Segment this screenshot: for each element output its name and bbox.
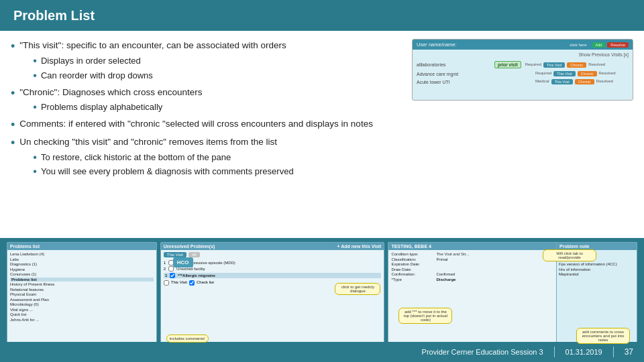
this-visit-btn2[interactable]: This Visit bbox=[553, 71, 575, 76]
this-visit-btn3[interactable]: This Visit bbox=[551, 79, 573, 84]
click-here-btn[interactable]: click here bbox=[566, 42, 590, 48]
sidebar-row[interactable]: Labs bbox=[10, 257, 154, 261]
add-btn[interactable]: Add bbox=[592, 42, 606, 48]
sub-list-item: • Problems display alphabetically bbox=[33, 101, 202, 115]
sub-text: Displays in order selected bbox=[41, 54, 141, 68]
this-visit-label: This Visit bbox=[171, 280, 187, 286]
hco-badge: HCO bbox=[173, 257, 193, 267]
list-item: • Un checking "this visit" and "chronic"… bbox=[11, 135, 402, 180]
top-section: • "This visit": specific to an encounter… bbox=[0, 31, 644, 238]
sidebar-row[interactable]: Hygiene bbox=[10, 267, 154, 272]
problems-body: This Visit All 1 Major depressive episod… bbox=[161, 250, 384, 288]
sidebar-body: Lena Liedvitson (4) Labs Diagnostics (1)… bbox=[7, 250, 156, 324]
bullet-text: Comments: if entered with "chronic "sele… bbox=[19, 119, 373, 129]
sub-text: To restore, click historic at the bottom… bbox=[41, 151, 231, 164]
problem-checkbox[interactable] bbox=[170, 273, 175, 278]
annotation-tab: Will click tab to read/provide bbox=[543, 249, 596, 261]
bullet-content: • "This visit": specific to an encounter… bbox=[11, 39, 402, 234]
sidebar-row[interactable]: Vital signs ... bbox=[10, 308, 154, 312]
main-area: • "This visit": specific to an encounter… bbox=[0, 31, 644, 362]
note-row[interactable]: Fps version of information (4CC) bbox=[559, 262, 635, 266]
bullet-icon: • bbox=[11, 39, 15, 54]
bullet-text: "This visit": specific to an encounter, … bbox=[19, 40, 286, 50]
sub-bullet-icon: • bbox=[33, 101, 37, 115]
emr-row-2: Advance care mgmt Required This Visit Ch… bbox=[417, 71, 629, 76]
unresolved-title: Unresolved Problem(s) bbox=[164, 244, 215, 249]
this-visit-btn[interactable]: This Visit bbox=[543, 62, 565, 68]
sub-list-item: • You will see every problem & diagnosis… bbox=[33, 165, 293, 179]
bullet-text: Un checking "this visit" and "chronic" r… bbox=[19, 137, 277, 147]
list-item: • "This visit": specific to an encounter… bbox=[11, 39, 402, 84]
sidebar-row[interactable]: Quick list bbox=[10, 312, 154, 316]
bullet-icon: • bbox=[11, 86, 15, 101]
sidebar-row[interactable]: Johns Artit for ... bbox=[10, 318, 154, 322]
row-num: 2 bbox=[164, 267, 166, 271]
footer-page: 37 bbox=[625, 347, 633, 357]
slide-header: Problem List bbox=[0, 0, 644, 31]
note-row[interactable]: Hrs of information bbox=[559, 267, 635, 272]
required-label2: Required bbox=[535, 71, 551, 76]
resolved-label3: Resolved bbox=[596, 79, 613, 84]
note-row[interactable]: Meptranitol bbox=[559, 272, 635, 276]
sidebar-row[interactable]: History of Present Illness bbox=[10, 282, 154, 286]
bullet-text: "Chronic": Diagnoses which cross encount… bbox=[19, 87, 202, 97]
sub-list-item: • Displays in order selected bbox=[33, 54, 286, 68]
show-prev-label: Show Previous Visits [x] bbox=[417, 52, 629, 57]
slide: Problem List • "This visit": specific to… bbox=[0, 0, 644, 362]
checklist-checkbox[interactable] bbox=[189, 280, 195, 286]
problem-row[interactable]: 2 Unsorted facility bbox=[164, 266, 382, 272]
chronic-btn2[interactable]: Chronic bbox=[578, 71, 597, 76]
resolved-label: Resolved bbox=[588, 62, 605, 68]
resolved-label2: Resolved bbox=[599, 71, 616, 76]
annotation-click: click to get medcly dialogue bbox=[335, 283, 380, 295]
sidebar-row[interactable]: Assessment and Plan bbox=[10, 298, 154, 302]
sidebar-row[interactable]: Lena Liedvitson (4) bbox=[10, 252, 154, 256]
list-item: • Comments: if entered with "chronic "se… bbox=[11, 117, 402, 133]
row-num: 1 bbox=[164, 261, 166, 265]
footer-session: Provider Cerner Education Session 3 bbox=[422, 348, 543, 356]
sub-list-item: • To restore, click historic at the bott… bbox=[33, 151, 293, 165]
resolve-btn[interactable]: Resolve bbox=[607, 42, 629, 48]
sidebar-header: Problems list bbox=[7, 243, 156, 250]
bullet-icon: • bbox=[11, 117, 15, 133]
emr-screenshot-top: User name/name: click here Add Resolve S… bbox=[412, 39, 633, 101]
this-visit-tab[interactable]: This Visit bbox=[164, 252, 186, 257]
sidebar-row-selected[interactable]: Problems list bbox=[10, 278, 154, 282]
list-item: • "Chronic": Diagnoses which cross encou… bbox=[11, 86, 402, 116]
all-tab[interactable]: All bbox=[189, 252, 200, 257]
footer-date: 01.31.2019 bbox=[566, 348, 602, 356]
add-this-visit-btn[interactable]: + Add new this Visit bbox=[337, 244, 381, 249]
sidebar-row[interactable]: Diagnostics (1) bbox=[10, 262, 154, 266]
dialog-panel: TESTING, BEBE 4 Allergies: Apple, Banana… bbox=[388, 242, 637, 358]
sub-bullet-icon: • bbox=[33, 69, 37, 83]
sidebar-row[interactable]: Relational features bbox=[10, 288, 154, 292]
required-label: Required bbox=[525, 62, 541, 68]
slide-title: Problem List bbox=[13, 8, 95, 23]
testing-title: TESTING, BEBE 4 bbox=[391, 244, 431, 249]
chronic-btn3[interactable]: Chronic bbox=[575, 79, 594, 84]
footer-divider2 bbox=[613, 347, 614, 357]
sub-text: Can reorder with drop downs bbox=[41, 69, 153, 82]
emr-body: Show Previous Visits [x] alllaboratories… bbox=[413, 50, 633, 87]
sidebar-row[interactable]: Conunuses (1) bbox=[10, 272, 154, 276]
problem-row[interactable]: 1 Major depressive episode (MDD) bbox=[164, 260, 382, 265]
annotation-includes: includes comments! bbox=[166, 335, 209, 343]
problems-header: Unresolved Problem(s) + Add new this Vis… bbox=[161, 243, 384, 250]
this-visit-checkbox[interactable] bbox=[164, 280, 169, 286]
problem-row-selected[interactable]: 3 ***Allergic migraine bbox=[164, 273, 382, 278]
emr-header: User name/name: click here Add Resolve bbox=[413, 40, 633, 50]
problem-checkbox[interactable] bbox=[168, 266, 174, 272]
chronic-btn[interactable]: Chronic bbox=[567, 62, 586, 68]
sub-text: Problems display alphabetically bbox=[41, 101, 162, 114]
emr-row-1: alllaboratories prior visit Required Thi… bbox=[417, 61, 629, 68]
medical-label: Medical bbox=[535, 79, 549, 84]
sidebar-row[interactable]: Physical Exam bbox=[10, 292, 154, 296]
checklist-label: Check list bbox=[197, 280, 214, 286]
sidebar-panel: Problems list Lena Liedvitson (4) Labs D… bbox=[7, 242, 157, 358]
sidebar-row[interactable]: Microbiology (0) bbox=[10, 302, 154, 306]
sub-bullet-icon: • bbox=[33, 151, 37, 165]
problems-panel: Unresolved Problem(s) + Add new this Vis… bbox=[160, 242, 385, 358]
sub-bullet-icon: • bbox=[33, 165, 37, 179]
annotation-add-stars: add *** to move it to the top (doesn't p… bbox=[398, 308, 452, 324]
sub-list-item: • Can reorder with drop downs bbox=[33, 69, 286, 83]
